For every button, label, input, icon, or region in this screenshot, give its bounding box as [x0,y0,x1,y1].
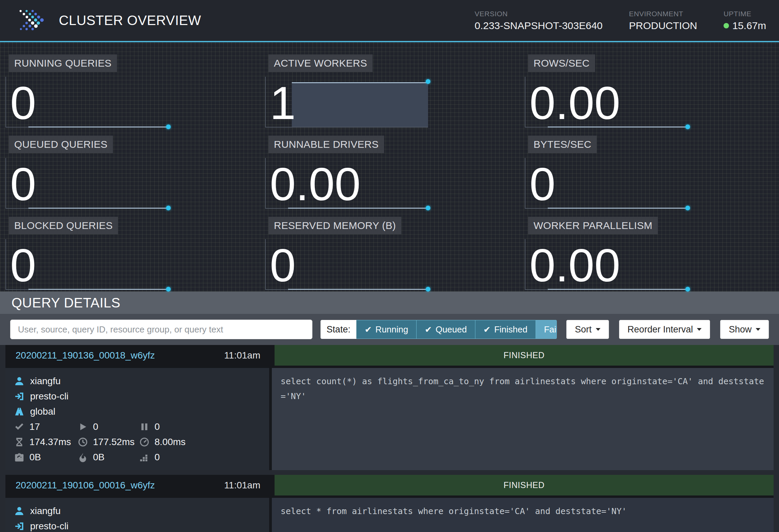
tile-active-workers: ACTIVE WORKERS 1 [265,48,514,129]
fire-icon [78,452,88,462]
show-dropdown-button[interactable]: Show [720,320,769,339]
tile-label: BLOCKED QUERIES [9,217,118,234]
state-filter-failed-label: Failed [544,324,557,335]
tile-runnable-drivers: RUNNABLE DRIVERS 0.00 [265,129,514,210]
state-filter-running[interactable]: ✔ Running [356,320,417,339]
query-id-link[interactable]: 20200211_190106_00016_w6yfz [16,480,155,491]
sparkline-chart: 0 [5,239,168,290]
state-filter-finished[interactable]: ✔ Finished [475,320,536,339]
current-memory-value: 0B [29,452,41,463]
tile-worker-parallelism: WORKER PARALLELISM 0.00 [525,210,774,291]
query-id-cell: 20200211_190106_00016_w6yfz 11:01am [5,475,272,495]
tile-value: 0.00 [270,161,361,207]
query-id-link[interactable]: 20200211_190136_00018_w6yfz [16,350,155,361]
sort-button-label: Sort [575,324,592,335]
state-filter-queued[interactable]: ✔ Queued [417,320,475,339]
version-block: VERSION 0.233-SNAPSHOT-303E640 [475,10,603,31]
tile-label: WORKER PARALLELISM [528,217,658,234]
version-value: 0.233-SNAPSHOT-303E640 [475,20,603,31]
play-icon [78,422,88,432]
reorder-interval-dropdown-button[interactable]: Reorder Interval [619,320,710,339]
sparkline [28,289,169,290]
query-stat-grid: 17 0 0 [14,419,269,465]
tile-blocked-queries: BLOCKED QUERIES 0 [5,210,254,291]
uptime-label: UPTIME [724,10,766,18]
current-memory-stat: 0B [14,449,78,465]
tile-label: RESERVED MEMORY (B) [268,217,401,234]
check-icon: ✔ [364,325,372,334]
search-input[interactable] [10,320,312,339]
environment-value: PRODUCTION [629,20,697,31]
environment-label: ENVIRONMENT [629,10,697,18]
query-user: xiangfu [30,506,61,516]
uptime-status-dot-icon [724,23,729,28]
state-filter-running-label: Running [375,324,408,335]
query-stats-panel: xiangfu presto-cli global [5,368,269,470]
sparkline-endpoint-dot [166,206,171,210]
query-user: xiangfu [30,376,61,387]
tile-bytes-per-sec: BYTES/SEC 0 [525,129,774,210]
app-header: CLUSTER OVERVIEW VERSION 0.233-SNAPSHOT-… [0,0,779,42]
area-fill [292,82,428,127]
completed-splits-value: 17 [29,421,40,432]
queued-splits-value: 0 [155,421,160,432]
presto-logo-icon [18,7,45,34]
show-button-label: Show [729,324,752,335]
query-row-body: xiangfu presto-cli global select * from … [5,495,774,532]
uptime-block: UPTIME 15.67m [724,10,766,31]
environment-block: ENVIRONMENT PRODUCTION [629,10,697,31]
state-filter-label: State: [321,320,357,339]
query-details-title: QUERY DETAILS [11,295,120,310]
sort-dropdown-button[interactable]: Sort [566,320,609,339]
query-row: 20200211_190136_00018_w6yfz 11:01am FINI… [5,345,774,470]
query-source: presto-cli [30,521,69,532]
query-id-cell: 20200211_190136_00018_w6yfz 11:01am [5,345,272,366]
elapsed-time-stat: 177.52ms [78,434,139,449]
tile-label: ROWS/SEC [528,54,595,72]
query-user-line: xiangfu [14,373,269,389]
cumulative-splits-value: 0 [155,452,160,463]
sparkline-endpoint-dot [685,206,690,210]
cpu-time-stat: 8.00ms [139,434,269,449]
query-row-body: xiangfu presto-cli global [5,366,774,470]
chevron-down-icon [596,328,600,331]
query-details-header: QUERY DETAILS [0,292,779,314]
check-icon [14,422,24,432]
state-filter-failed-dropdown[interactable]: Failed [536,320,557,339]
tile-queued-queries: QUEUED QUERIES 0 [5,129,254,210]
check-icon: ✔ [425,325,432,334]
tile-reserved-memory: RESERVED MEMORY (B) 0 [265,210,514,291]
sparkline-endpoint-dot [166,124,171,129]
tile-value: 0 [10,161,36,207]
query-source: presto-cli [30,391,69,402]
query-state-badge: FINISHED [275,475,774,495]
query-row: 20200211_190106_00016_w6yfz 11:01am FINI… [5,475,774,532]
sparkline-chart: 0 [525,158,688,209]
queued-splits-stat: 0 [139,419,269,434]
sign-in-icon [14,391,24,401]
query-stats-panel: xiangfu presto-cli global [5,498,269,532]
area-chart: 1 [265,77,428,128]
sparkline-endpoint-dot [166,287,171,292]
sign-in-icon [14,521,24,531]
query-resource-group-line: global [14,404,269,419]
query-state-badge: FINISHED [275,345,774,366]
query-resource-group: global [30,406,55,417]
query-row-header: 20200211_190106_00016_w6yfz 11:01am FINI… [5,475,774,495]
sparkline-chart: 0 [5,77,168,128]
tile-value: 0.00 [529,242,620,288]
tile-label: ACTIVE WORKERS [268,54,373,72]
tile-value: 0 [10,79,36,126]
sparkline [288,289,428,290]
sparkline-chart: 0.00 [525,77,688,128]
gauge-icon [139,437,149,447]
tile-value: 0 [529,161,556,207]
scale-icon [14,452,24,462]
state-filter-group: State: ✔ Running ✔ Queued ✔ Finished Fai… [321,320,557,339]
uptime-value: 15.67m [732,20,766,31]
query-filter-toolbar: State: ✔ Running ✔ Queued ✔ Finished Fai… [0,314,779,345]
tile-label: QUEUED QUERIES [9,136,113,153]
sparkline-endpoint-dot [426,287,430,292]
user-icon [14,506,24,516]
cumulative-memory-value: 0B [93,452,104,463]
